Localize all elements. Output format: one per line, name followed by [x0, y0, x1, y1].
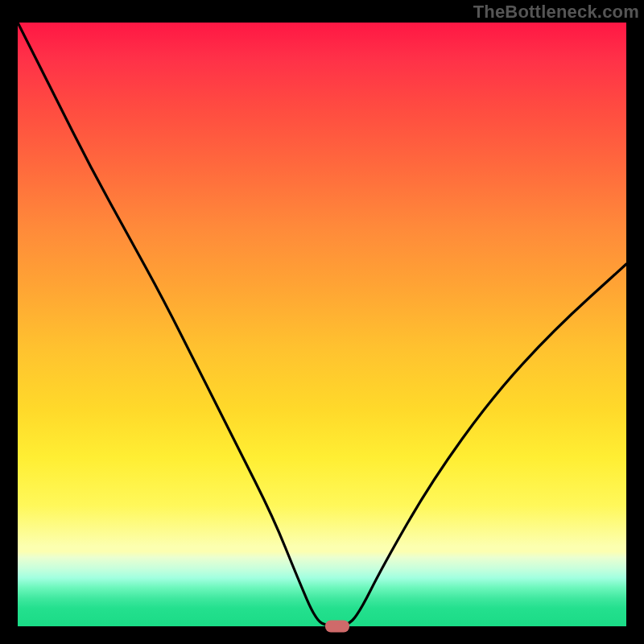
chart-frame: TheBottleneck.com [0, 0, 644, 644]
watermark-text: TheBottleneck.com [473, 2, 639, 23]
bottleneck-curve [18, 23, 626, 626]
curve-path [18, 23, 626, 626]
optimal-marker [325, 621, 349, 633]
plot-area [18, 23, 626, 626]
